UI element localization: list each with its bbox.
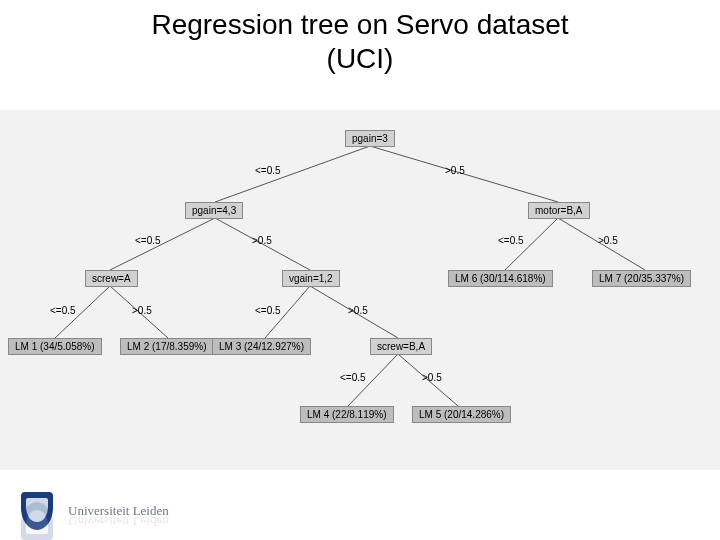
edge-n6-left: <=0.5 bbox=[340, 372, 366, 383]
node-vgain-1-2: vgain=1,2 bbox=[282, 270, 340, 287]
edge-n5-right: >0.5 bbox=[348, 305, 368, 316]
node-screw-a: screw=A bbox=[85, 270, 138, 287]
leaf-lm5: LM 5 (20/14.286%) bbox=[412, 406, 511, 423]
leaf-lm2: LM 2 (17/8.359%) bbox=[120, 338, 214, 355]
edge-root-right: >0.5 bbox=[445, 165, 465, 176]
edge-n3-right: >0.5 bbox=[598, 235, 618, 246]
leaf-lm7: LM 7 (20/35.337%) bbox=[592, 270, 691, 287]
page-title: Regression tree on Servo dataset (UCI) bbox=[0, 0, 720, 75]
node-pgain-3: pgain=3 bbox=[345, 130, 395, 147]
leaf-lm6: LM 6 (30/114.618%) bbox=[448, 270, 553, 287]
edge-n5-left: <=0.5 bbox=[255, 305, 281, 316]
leaf-lm4: LM 4 (22/8.119%) bbox=[300, 406, 394, 423]
footer-reflection: Universiteit Leiden bbox=[16, 500, 169, 540]
edge-n4-right: >0.5 bbox=[132, 305, 152, 316]
edge-n4-left: <=0.5 bbox=[50, 305, 76, 316]
svg-line-2 bbox=[110, 218, 215, 270]
edge-n6-right: >0.5 bbox=[422, 372, 442, 383]
title-line-2: (UCI) bbox=[327, 43, 394, 74]
edge-root-left: <=0.5 bbox=[255, 165, 281, 176]
svg-line-0 bbox=[215, 146, 370, 202]
node-screw-ba: screw=B,A bbox=[370, 338, 432, 355]
tree-diagram: pgain=3 pgain=4,3 motor=B,A screw=A vgai… bbox=[0, 110, 720, 470]
edge-n2-right: >0.5 bbox=[252, 235, 272, 246]
edge-n2-left: <=0.5 bbox=[135, 235, 161, 246]
leaf-lm3: LM 3 (24/12.927%) bbox=[212, 338, 311, 355]
title-line-1: Regression tree on Servo dataset bbox=[151, 9, 568, 40]
edge-n3-left: <=0.5 bbox=[498, 235, 524, 246]
leaf-lm1: LM 1 (34/5.058%) bbox=[8, 338, 102, 355]
node-pgain-4-3: pgain=4,3 bbox=[185, 202, 243, 219]
node-motor-ba: motor=B,A bbox=[528, 202, 590, 219]
